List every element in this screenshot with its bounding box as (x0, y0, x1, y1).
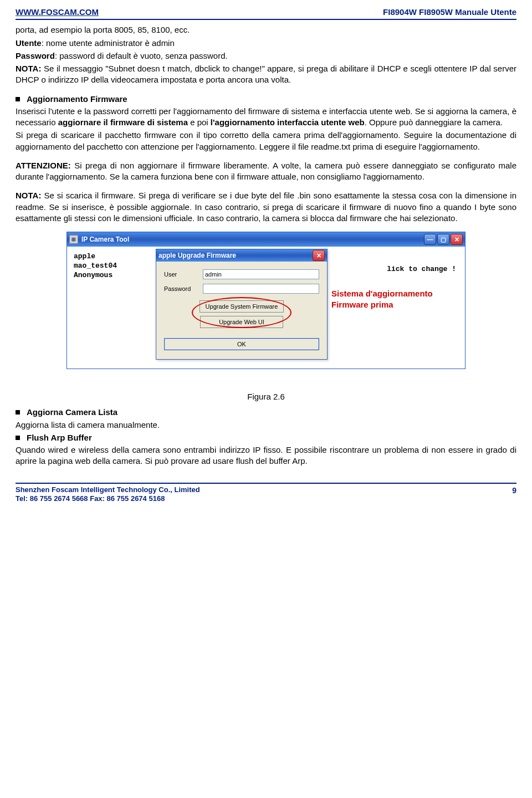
paragraph-firmware-1: Inserisci l'utente e la password corrett… (16, 106, 516, 129)
bullet-label-camera-list: Aggiorna Camera Lista (27, 407, 117, 418)
dialog-title: apple Upgrade Firmware (158, 251, 311, 260)
list-note-text: lick to change ! (387, 264, 456, 274)
text-fw-1e: . Oppure può danneggiare la camera. (365, 117, 503, 127)
footer-company-info: Shenzhen Foscam Intelligent Technology C… (16, 485, 200, 504)
text-fw-1c: e poi (188, 117, 211, 127)
paragraph-port-example: porta, ad esempio la porta 8005, 85, 810… (16, 24, 516, 35)
outer-window-title: IP Camera Tool (81, 235, 423, 244)
password-label: Password (164, 285, 203, 293)
label-utente: Utente (16, 38, 42, 48)
upgrade-system-firmware-button[interactable]: Upgrade System Firmware (200, 300, 284, 313)
outer-titlebar[interactable]: ⊞ IP Camera Tool — ▢ ✕ (67, 232, 465, 247)
text-nota-subnet: Se il messaggio "Subnet doesn t match, d… (16, 64, 516, 84)
upgrade-button-group: Upgrade System Firmware Upgrade Web UI (164, 298, 319, 330)
paragraph-camera-list: Aggiorna lista di camera manualmente. (16, 420, 516, 431)
label-nota: NOTA: (16, 64, 44, 73)
screenshot-window-wrap: ⊞ IP Camera Tool — ▢ ✕ apple mao_test04 … (66, 232, 466, 369)
label-attenzione: ATTENZIONE: (16, 161, 71, 170)
user-input[interactable] (203, 269, 319, 279)
footer-tel: Tel: 86 755 2674 5668 Fax: 86 755 2674 5… (16, 494, 200, 504)
text-fw-1d: l'aggiornamento interfaccia utente web (211, 117, 365, 127)
page-footer: Shenzhen Foscam Intelligent Technology C… (16, 483, 516, 504)
text-fw-1b: aggiornare il firmware di sistema (58, 117, 188, 127)
user-row: User (164, 269, 319, 279)
paragraph-password: Password: password di default è vuoto, s… (16, 50, 516, 62)
bullet-label-flush-arp: Flush Arp Buffer (27, 432, 92, 443)
bullet-aggiornamento-firmware: Aggiornamento Firmware (16, 94, 516, 105)
bullet-aggiorna-camera: Aggiorna Camera Lista (16, 407, 516, 418)
header-manual-title: FI8904W FI8905W Manuale Utente (383, 7, 516, 18)
dialog-body: User Password Upgrade System Firmware Up… (156, 262, 327, 359)
paragraph-nota-bin: NOTA: Se si scarica il firmware. Si preg… (16, 190, 516, 224)
password-row: Password (164, 284, 319, 294)
bullet-icon (16, 97, 20, 101)
bullet-icon (16, 436, 20, 440)
ok-button[interactable]: OK (164, 338, 319, 350)
paragraph-nota-subnet: NOTA: Se il messaggio "Subnet doesn t ma… (16, 63, 516, 86)
label-password: Password (16, 51, 55, 60)
paragraph-firmware-2: Si prega di scaricare il pacchetto firmw… (16, 130, 516, 152)
paragraph-flush-arp: Quando wired e wireless della camera son… (16, 444, 516, 467)
user-label: User (164, 270, 203, 279)
paragraph-attenzione: ATTENZIONE: Si prega di non aggiornare i… (16, 160, 516, 183)
close-button[interactable]: ✕ (451, 234, 463, 245)
text-utente-desc: : nome utente administrator è admin (42, 38, 175, 48)
label-nota-2: NOTA: (16, 191, 41, 200)
upgrade-firmware-dialog: apple Upgrade Firmware ✕ User Password U… (156, 249, 328, 360)
password-input[interactable] (203, 284, 319, 294)
text-nota-bin: Se si scarica il firmware. Si prega di v… (16, 191, 516, 223)
text-password-desc: : password di default è vuoto, senza pas… (55, 51, 228, 60)
dialog-close-button[interactable]: ✕ (313, 250, 325, 261)
footer-company: Shenzhen Foscam Intelligent Technology C… (16, 485, 200, 495)
minimize-button[interactable]: — (424, 234, 436, 245)
page-header: WWW.FOSCAM.COM FI8904W FI8905W Manuale U… (16, 7, 516, 20)
footer-page-number: 9 (512, 485, 516, 496)
dialog-titlebar[interactable]: apple Upgrade Firmware ✕ (156, 249, 327, 262)
upgrade-web-ui-button[interactable]: Upgrade Web UI (200, 316, 283, 328)
bullet-label-firmware: Aggiornamento Firmware (27, 94, 127, 105)
paragraph-user: Utente: nome utente administrator è admi… (16, 38, 516, 49)
app-icon: ⊞ (69, 235, 78, 244)
text-attenzione: Si prega di non aggiornare il firmware l… (16, 161, 516, 181)
red-annotation-text: Sistema d'aggiornamento Firmware prima (331, 288, 462, 310)
maximize-button[interactable]: ▢ (437, 234, 449, 245)
bullet-icon (16, 410, 20, 415)
bullet-flush-arp: Flush Arp Buffer (16, 432, 516, 443)
figure-caption: Figura 2.6 (16, 391, 516, 402)
header-site-link[interactable]: WWW.FOSCAM.COM (16, 7, 99, 18)
